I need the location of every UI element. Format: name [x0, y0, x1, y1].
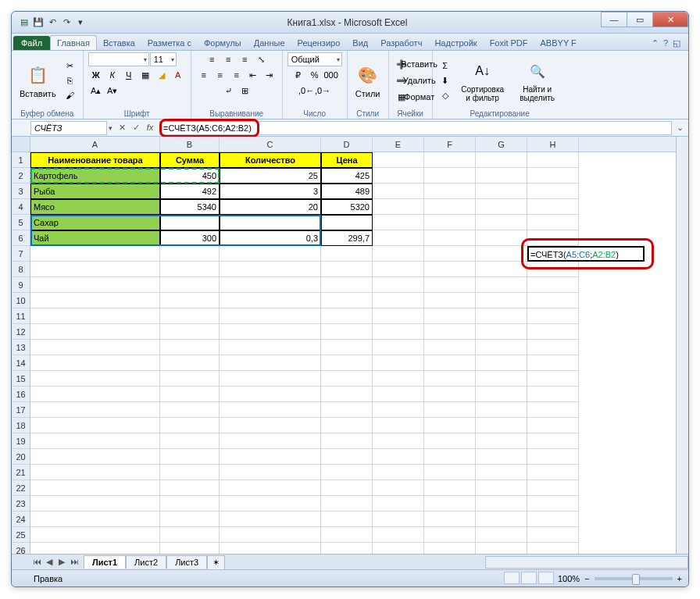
sheet-nav-last-icon[interactable]: ⏭	[68, 557, 80, 567]
new-sheet-button[interactable]: ✶	[207, 555, 225, 569]
align-center-icon[interactable]: ≡	[212, 68, 228, 82]
cell[interactable]: Сахар	[30, 215, 160, 230]
cell[interactable]: 20	[220, 199, 321, 215]
page-layout-view-icon[interactable]	[521, 572, 537, 584]
cell[interactable]	[160, 215, 220, 230]
table-header[interactable]: Количество	[220, 152, 321, 168]
tab-view[interactable]: Вид	[346, 36, 374, 50]
tab-addins[interactable]: Надстройк	[428, 36, 483, 50]
window-options-icon[interactable]: ◱	[673, 38, 680, 48]
align-bottom-icon[interactable]: ≡	[237, 52, 252, 66]
row-header[interactable]: 18	[12, 418, 30, 433]
col-header[interactable]: G	[476, 137, 527, 152]
paste-button[interactable]: 📋 Вставить	[16, 61, 59, 100]
format-cells-button[interactable]: ▦Формат	[394, 90, 427, 104]
cell[interactable]: 3	[220, 184, 321, 199]
zoom-out-icon[interactable]: −	[584, 574, 589, 583]
row-header[interactable]: 4	[12, 199, 30, 215]
cell[interactable]: Чай	[30, 230, 160, 246]
row-header[interactable]: 11	[12, 308, 30, 324]
cells-area[interactable]: Наименование товара Сумма Количество Цен…	[30, 152, 676, 554]
cut-icon[interactable]: ✂	[62, 59, 78, 73]
cancel-formula-icon[interactable]: ✕	[116, 123, 128, 133]
worksheet-grid[interactable]: 1 2 3 4 5 6 7 8 9 10 11 12 13 14 15 16 1…	[12, 137, 688, 554]
col-header[interactable]: A	[30, 137, 160, 152]
cell[interactable]: 425	[321, 168, 373, 184]
format-painter-icon[interactable]: 🖌	[62, 88, 78, 102]
bold-icon[interactable]: Ж	[88, 68, 104, 82]
file-tab[interactable]: Файл	[13, 36, 50, 50]
redo-icon[interactable]: ↷	[60, 16, 73, 29]
row-header[interactable]: 19	[12, 433, 30, 449]
row-header[interactable]: 25	[12, 527, 30, 543]
help-icon[interactable]: ?	[663, 38, 668, 48]
select-all-corner[interactable]	[12, 137, 30, 152]
row-header[interactable]: 9	[12, 277, 30, 293]
name-box[interactable]: СЧЁТЗ	[30, 121, 107, 135]
cell[interactable]: 299,7	[321, 230, 373, 246]
row-header[interactable]: 2	[12, 168, 30, 184]
sort-filter-button[interactable]: A↓ Сортировка и фильтр	[456, 57, 509, 104]
tab-home[interactable]: Главная	[50, 35, 97, 50]
sheet-nav-prev-icon[interactable]: ◀	[43, 557, 55, 567]
orientation-icon[interactable]: ⤡	[253, 52, 269, 66]
sheet-tab[interactable]: Лист3	[166, 555, 207, 569]
col-header[interactable]: B	[160, 137, 220, 152]
active-cell-edit[interactable]: =СЧЁТЗ(A5:C6;A2:B2)	[527, 246, 645, 262]
row-header[interactable]: 1	[12, 152, 30, 168]
tab-foxit[interactable]: Foxit PDF	[484, 36, 534, 50]
fill-icon[interactable]: ⬇	[438, 73, 453, 87]
minimize-button[interactable]: —	[601, 12, 627, 27]
sheet-nav-next-icon[interactable]: ▶	[55, 557, 68, 567]
row-header[interactable]: 7	[12, 246, 30, 262]
delete-cells-button[interactable]: ➖Удалить	[394, 73, 427, 87]
align-right-icon[interactable]: ≡	[229, 68, 245, 82]
row-header[interactable]: 17	[12, 402, 30, 418]
tab-data[interactable]: Данные	[248, 36, 291, 50]
cell[interactable]: 300	[160, 230, 220, 246]
currency-icon[interactable]: ₽	[291, 68, 306, 82]
row-header[interactable]: 23	[12, 496, 30, 512]
col-header[interactable]: F	[424, 137, 476, 152]
decrease-decimal-icon[interactable]: ,0→	[315, 84, 330, 98]
close-button[interactable]: ✕	[652, 12, 688, 27]
tab-page-layout[interactable]: Разметка с	[141, 36, 198, 50]
cell[interactable]: Мясо	[30, 199, 160, 215]
row-header[interactable]: 16	[12, 387, 30, 402]
cell[interactable]	[220, 215, 321, 230]
zoom-slider[interactable]	[595, 577, 673, 580]
border-icon[interactable]: ▦	[138, 68, 153, 82]
cell[interactable]: 492	[160, 184, 220, 199]
expand-formula-bar-icon[interactable]: ⌄	[672, 123, 688, 133]
row-header[interactable]: 20	[12, 449, 30, 465]
sheet-nav-first-icon[interactable]: ⏮	[30, 557, 43, 567]
cell[interactable]: 5340	[160, 199, 220, 215]
find-select-button[interactable]: 🔍 Найти и выделить	[512, 57, 562, 104]
indent-increase-icon[interactable]: ⇥	[262, 68, 277, 82]
sheet-tab[interactable]: Лист2	[126, 555, 166, 569]
row-header[interactable]: 15	[12, 371, 30, 387]
align-top-icon[interactable]: ≡	[204, 52, 220, 66]
row-header[interactable]: 10	[12, 293, 30, 308]
table-header[interactable]: Цена	[321, 152, 373, 168]
increase-decimal-icon[interactable]: ,0←	[298, 84, 314, 98]
normal-view-icon[interactable]	[504, 572, 520, 584]
formula-input[interactable]: =СЧЁТЗ(A5:C6;A2:B2)	[159, 121, 672, 135]
cell[interactable]: 0,3	[220, 230, 321, 246]
copy-icon[interactable]: ⎘	[62, 73, 78, 87]
col-header[interactable]: C	[220, 137, 321, 152]
tab-review[interactable]: Рецензиро	[291, 36, 347, 50]
row-header[interactable]: 13	[12, 340, 30, 355]
align-middle-icon[interactable]: ≡	[220, 52, 236, 66]
font-name-combo[interactable]	[88, 52, 149, 66]
row-header[interactable]: 14	[12, 355, 30, 371]
decrease-font-icon[interactable]: A▾	[105, 84, 120, 98]
insert-cells-button[interactable]: ➕Вставить	[394, 57, 427, 71]
italic-icon[interactable]: К	[105, 68, 120, 82]
col-header[interactable]: H	[527, 137, 579, 152]
cell[interactable]: 450	[160, 168, 220, 184]
row-header[interactable]: 6	[12, 230, 30, 246]
enter-formula-icon[interactable]: ✓	[130, 123, 142, 133]
cell[interactable]: Рыба	[30, 184, 160, 199]
save-icon[interactable]: 💾	[32, 16, 45, 29]
